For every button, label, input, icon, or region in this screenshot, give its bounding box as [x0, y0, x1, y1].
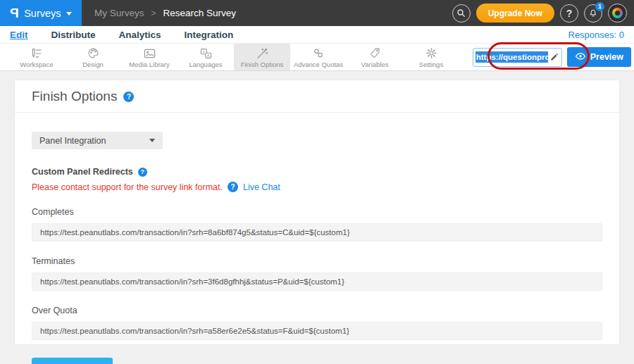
- tab-media-library[interactable]: Media Library: [121, 44, 178, 70]
- search-icon: [456, 8, 466, 18]
- edit-toolbar: Workspace Design Media Library x: [0, 44, 634, 71]
- tool-label: Variables: [361, 61, 389, 68]
- svg-text:A: A: [206, 53, 209, 57]
- notice-text: Please contact support for the survey li…: [32, 182, 223, 192]
- divider: [15, 112, 619, 113]
- terminates-url-field[interactable]: https://test.peanutlabs.com/transaction/…: [32, 272, 602, 291]
- edit-pencil-icon[interactable]: [550, 53, 559, 61]
- gauge-avatar-icon: [612, 8, 623, 18]
- live-chat-help-icon[interactable]: [228, 182, 238, 192]
- nav-tab-edit[interactable]: Edit: [10, 30, 28, 40]
- section-title: Custom Panel Redirects: [32, 167, 133, 177]
- custom-panel-redirects-label: Custom Panel Redirects: [32, 167, 602, 177]
- questionpro-logo-icon: P: [10, 6, 19, 21]
- tool-label: Languages: [189, 61, 222, 68]
- survey-nav: Edit Distribute Analytics Integration Re…: [0, 26, 634, 44]
- breadcrumb-my-surveys[interactable]: My Surveys: [94, 8, 144, 18]
- main-content: Finish Options Panel Integration Custom …: [0, 72, 634, 364]
- notifications-button[interactable]: 1: [584, 4, 602, 23]
- terminates-label: Terminates: [32, 256, 602, 266]
- upgrade-now-button[interactable]: Upgrade Now: [476, 4, 554, 23]
- preview-button[interactable]: Preview: [567, 47, 631, 67]
- save-changes-button[interactable]: Save Changes: [32, 358, 113, 364]
- question-mark-icon: ?: [566, 8, 573, 18]
- page-title: Finish Options: [32, 89, 117, 104]
- tab-design[interactable]: Design: [65, 44, 121, 70]
- finish-options-card: Finish Options Panel Integration Custom …: [14, 80, 620, 345]
- tool-label: Media Library: [129, 61, 170, 68]
- tool-label: Design: [82, 61, 104, 68]
- product-label: Surveys: [24, 8, 61, 19]
- live-chat-link[interactable]: Live Chat: [243, 182, 280, 192]
- completes-url-field[interactable]: https://test.peanutlabs.com/transaction/…: [32, 223, 602, 241]
- chevron-down-icon: [149, 139, 155, 142]
- tab-workspace[interactable]: Workspace: [8, 44, 65, 70]
- nav-tab-integration[interactable]: Integration: [185, 30, 234, 40]
- breadcrumb-separator-icon: >: [151, 8, 156, 18]
- gear-icon: [425, 47, 437, 59]
- translate-icon: x A: [199, 47, 213, 59]
- chevron-down-icon: [66, 12, 72, 15]
- top-header: P Surveys My Surveys > Research Survey U…: [0, 0, 634, 26]
- svg-text:x: x: [202, 49, 204, 53]
- survey-url-text: https://questionpro.com/t/A: [476, 51, 548, 63]
- breadcrumb-current-survey: Research Survey: [163, 8, 237, 18]
- nav-tab-distribute[interactable]: Distribute: [51, 30, 96, 40]
- panel-type-selected-value: Panel Integration: [39, 136, 106, 146]
- tab-languages[interactable]: x A Languages: [178, 44, 234, 70]
- card-body: Panel Integration Custom Panel Redirects…: [15, 132, 619, 364]
- tab-settings[interactable]: Settings: [403, 44, 459, 70]
- tool-label: Workspace: [20, 61, 53, 68]
- over-quota-url-field[interactable]: https://test.peanutlabs.com/transaction/…: [32, 322, 602, 340]
- tool-label: Settings: [419, 61, 443, 68]
- over-quota-label: Over Quota: [32, 306, 602, 315]
- header-actions: Upgrade Now ? 1: [452, 4, 634, 23]
- survey-url-input[interactable]: https://questionpro.com/t/A: [473, 48, 562, 67]
- card-header: Finish Options: [15, 80, 619, 112]
- help-button[interactable]: ?: [560, 4, 578, 23]
- toolbar-right: https://questionpro.com/t/A Preview: [473, 44, 634, 70]
- tag-icon: [369, 47, 381, 59]
- chain-links-icon: [312, 47, 325, 59]
- tab-advance-quotas[interactable]: Advance Quotas: [290, 44, 347, 70]
- image-icon: [143, 47, 156, 59]
- eye-icon: [575, 52, 586, 63]
- tool-label: Finish Options: [241, 61, 284, 68]
- support-notice: Please contact support for the survey li…: [32, 182, 602, 192]
- palette-icon: [87, 47, 99, 59]
- tool-label: Advance Quotas: [294, 61, 343, 68]
- preview-label: Preview: [590, 52, 623, 62]
- avatar[interactable]: [608, 4, 627, 23]
- panel-type-select[interactable]: Panel Integration: [32, 132, 163, 149]
- magic-wand-icon: [256, 47, 268, 59]
- finish-options-help-icon[interactable]: [123, 92, 134, 102]
- search-button[interactable]: [452, 4, 471, 23]
- product-switcher[interactable]: P Surveys: [0, 0, 82, 26]
- nav-tab-analytics[interactable]: Analytics: [119, 30, 161, 40]
- completes-label: Completes: [32, 207, 602, 217]
- redirects-help-icon[interactable]: [138, 168, 147, 177]
- notification-badge: 1: [595, 2, 604, 11]
- tab-variables[interactable]: Variables: [347, 44, 403, 70]
- tab-finish-options[interactable]: Finish Options: [234, 44, 290, 70]
- responses-count[interactable]: Responses: 0: [568, 30, 625, 40]
- workspace-icon: [30, 47, 44, 59]
- breadcrumb: My Surveys > Research Survey: [94, 8, 236, 18]
